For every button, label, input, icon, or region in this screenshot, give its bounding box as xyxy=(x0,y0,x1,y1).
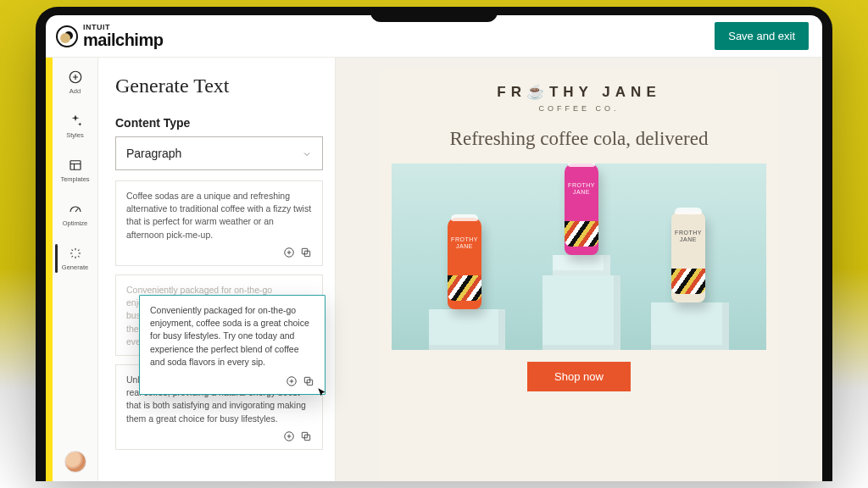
brand-part-b: THY JANE xyxy=(549,84,661,100)
pedestal xyxy=(429,309,505,350)
product-can: FROTHY JANE xyxy=(671,211,705,302)
sidebar-item-templates[interactable]: Templates xyxy=(60,154,89,186)
content-type-label: Content Type xyxy=(115,116,323,130)
generate-panel: Generate Text Content Type Paragraph Cof… xyxy=(98,58,336,481)
popover-text: Conveniently packaged for on-the-go enjo… xyxy=(150,305,309,367)
panel-title: Generate Text xyxy=(115,75,323,97)
sidebar-item-optimize[interactable]: Optimize xyxy=(63,198,88,230)
email-brand: FR☕THY JANE xyxy=(497,83,660,101)
sidebar-item-label: Generate xyxy=(62,263,88,271)
save-and-exit-button[interactable]: Save and exit xyxy=(715,22,809,50)
copy-icon[interactable] xyxy=(300,430,312,442)
copy-icon[interactable] xyxy=(300,247,312,258)
brand-name: mailchimp xyxy=(83,31,163,48)
email-hero-image: FROTHY JANE FROTHY JANE FROTHY JANE xyxy=(392,164,766,350)
sidebar-item-generate[interactable]: Generate xyxy=(62,242,88,274)
suggestion-card[interactable]: Coffee sodas are a unique and refreshing… xyxy=(115,180,323,266)
suggestion-popover[interactable]: Conveniently packaged for on-the-go enjo… xyxy=(139,295,326,395)
suggestion-actions xyxy=(126,430,312,442)
can-label: FROTHY JANE xyxy=(671,230,705,242)
email-subbrand: COFFEE CO. xyxy=(538,104,619,113)
email-canvas[interactable]: FR☕THY JANE COFFEE CO. Refreshing coffee… xyxy=(336,58,822,481)
accent-rail xyxy=(46,58,53,481)
sidebar-item-label: Add xyxy=(70,87,81,95)
plus-circle-icon xyxy=(68,69,83,85)
brand-text: INTUIT mailchimp xyxy=(83,24,163,48)
chevron-down-icon xyxy=(302,148,312,158)
content-type-value: Paragraph xyxy=(126,147,181,160)
mailchimp-logo-icon xyxy=(56,25,78,47)
sidebar-item-add[interactable]: Add xyxy=(68,66,83,98)
content-type-select[interactable]: Paragraph xyxy=(115,136,323,170)
pedestal xyxy=(651,302,729,350)
can-label: FROTHY JANE xyxy=(448,236,481,249)
product-can: FROTHY JANE xyxy=(448,218,481,309)
pedestal xyxy=(542,275,620,350)
sparkle-burst-icon xyxy=(68,246,83,261)
sparkle-icon xyxy=(68,114,83,129)
laptop-frame: INTUIT mailchimp Save and exit Add xyxy=(36,7,832,481)
laptop-notch xyxy=(370,7,498,22)
add-circle-icon[interactable] xyxy=(283,247,295,258)
email-headline: Refreshing coffee cola, delivered xyxy=(450,128,709,150)
sidebar-item-label: Optimize xyxy=(63,219,88,227)
brand-part-a: FR xyxy=(497,84,526,100)
gauge-icon xyxy=(68,202,83,217)
app-window: INTUIT mailchimp Save and exit Add xyxy=(46,15,822,481)
email-preview: FR☕THY JANE COFFEE CO. Refreshing coffee… xyxy=(380,69,778,481)
copy-icon[interactable] xyxy=(303,375,314,387)
brand-lockup[interactable]: INTUIT mailchimp xyxy=(56,24,163,48)
sidebar-item-styles[interactable]: Styles xyxy=(66,110,83,142)
app-body: Add Styles Templates xyxy=(46,58,822,481)
add-circle-icon[interactable] xyxy=(283,430,295,442)
pedestal xyxy=(553,255,610,275)
suggestion-actions xyxy=(126,247,312,258)
shop-now-button[interactable]: Shop now xyxy=(527,362,631,391)
can-label: FROTHY JANE xyxy=(565,182,598,195)
user-avatar[interactable] xyxy=(64,451,86,473)
add-circle-icon[interactable] xyxy=(286,375,298,387)
layout-icon xyxy=(68,158,83,173)
sidebar-item-label: Styles xyxy=(66,131,83,139)
suggestion-text: Coffee sodas are a unique and refreshing… xyxy=(126,191,311,240)
popover-actions xyxy=(150,375,314,387)
product-can: FROTHY JANE xyxy=(565,164,598,255)
sidebar-item-label: Templates xyxy=(60,175,89,183)
svg-rect-1 xyxy=(70,161,81,170)
left-sidebar: Add Styles Templates xyxy=(53,58,98,481)
